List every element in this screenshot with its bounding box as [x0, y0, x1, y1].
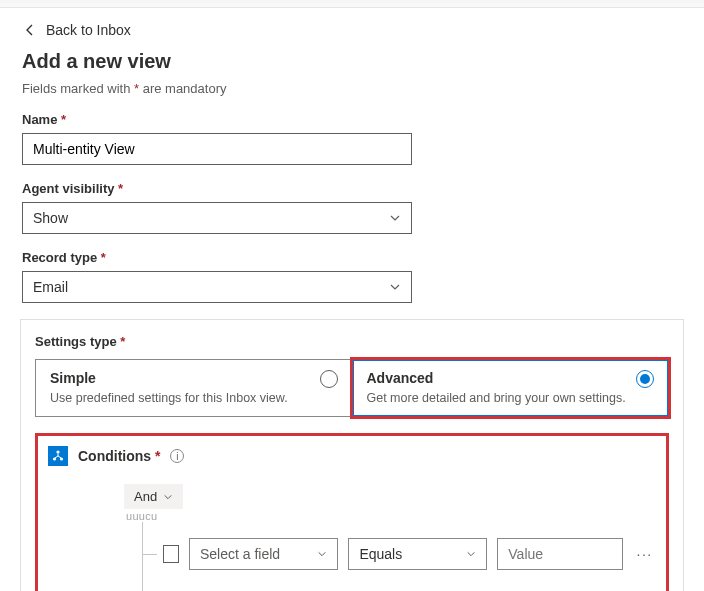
condition-more-button[interactable]: ··· — [633, 542, 656, 566]
info-icon[interactable]: i — [170, 449, 184, 463]
name-label: Name * — [22, 112, 682, 127]
agent-visibility-select[interactable]: Show — [22, 202, 412, 234]
condition-operator-select[interactable]: Equals — [348, 538, 487, 570]
agent-visibility-value: Show — [33, 210, 68, 226]
chevron-down-icon — [389, 212, 401, 224]
tree-stub: uuucu — [124, 510, 656, 522]
record-type-label: Record type * — [22, 250, 682, 265]
conditions-section: Conditions * i And uuucu Select a field … — [35, 433, 669, 591]
conditions-icon — [48, 446, 68, 466]
settings-type-radio-group: Simple Use predefined settings for this … — [35, 359, 669, 417]
logic-operator-select[interactable]: And — [124, 484, 183, 509]
chevron-down-icon — [163, 492, 173, 502]
radio-unchecked-icon — [320, 370, 338, 388]
svg-point-0 — [56, 451, 59, 454]
radio-checked-icon — [636, 370, 654, 388]
back-to-inbox-link[interactable]: Back to Inbox — [0, 8, 704, 46]
condition-row: Select a field Equals ··· — [143, 522, 656, 578]
back-link-text: Back to Inbox — [46, 22, 131, 38]
settings-panel: Settings type * Simple Use predefined se… — [20, 319, 684, 591]
chevron-down-icon — [389, 281, 401, 293]
name-input[interactable] — [22, 133, 412, 165]
settings-type-advanced[interactable]: Advanced Get more detailed and bring you… — [352, 359, 670, 417]
conditions-title: Conditions * — [78, 448, 160, 464]
chevron-down-icon — [317, 549, 327, 559]
condition-checkbox[interactable] — [163, 545, 179, 563]
page-title: Add a new view — [0, 46, 704, 79]
settings-type-simple[interactable]: Simple Use predefined settings for this … — [35, 359, 353, 417]
arrow-left-icon — [22, 22, 38, 38]
chevron-down-icon — [466, 549, 476, 559]
mandatory-hint: Fields marked with * are mandatory — [0, 79, 704, 112]
settings-type-label: Settings type * — [35, 334, 669, 349]
condition-field-select[interactable]: Select a field — [189, 538, 338, 570]
record-type-select[interactable]: Email — [22, 271, 412, 303]
agent-visibility-label: Agent visibility * — [22, 181, 682, 196]
condition-value-input[interactable] — [497, 538, 623, 570]
record-type-value: Email — [33, 279, 68, 295]
